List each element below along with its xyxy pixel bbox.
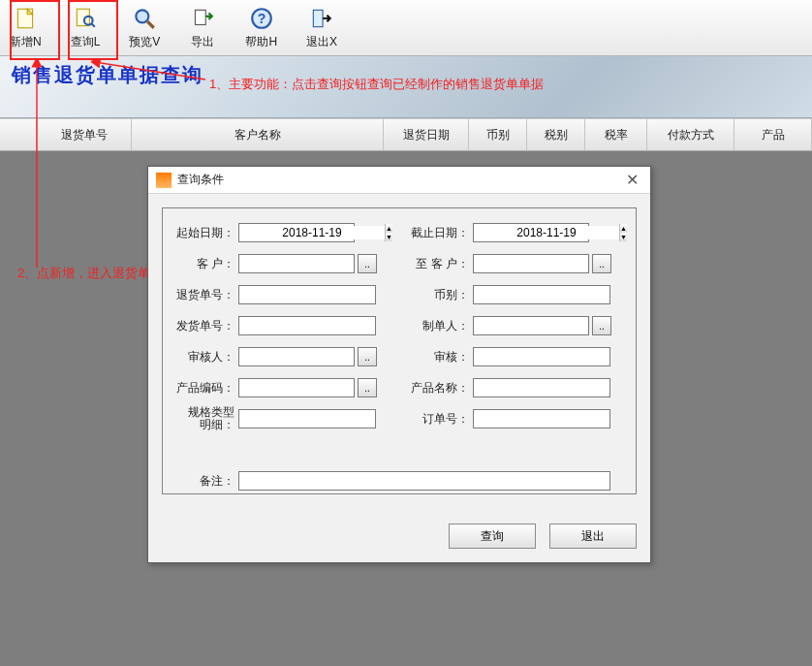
currency-input[interactable] bbox=[473, 285, 610, 304]
start-date-label: 起始日期： bbox=[171, 225, 238, 241]
product-name-input[interactable] bbox=[473, 378, 610, 397]
return-no-label: 退货单号： bbox=[171, 287, 238, 303]
close-icon[interactable]: ✕ bbox=[622, 171, 642, 189]
to-customer-label: 至 客 户： bbox=[405, 256, 473, 272]
col-return-date[interactable]: 退货日期 bbox=[384, 119, 469, 150]
maker-input[interactable] bbox=[473, 316, 589, 335]
export-icon bbox=[189, 5, 216, 32]
preview-label: 预览V bbox=[129, 34, 160, 50]
spec-label: 规格类型明细： bbox=[171, 406, 238, 431]
order-no-input[interactable] bbox=[473, 409, 610, 428]
product-code-input[interactable] bbox=[238, 378, 355, 397]
auditor-lookup-button[interactable]: .. bbox=[358, 347, 377, 366]
dialog-exit-button[interactable]: 退出 bbox=[549, 523, 637, 549]
svg-line-5 bbox=[148, 21, 155, 28]
svg-line-3 bbox=[92, 23, 95, 26]
maker-label: 制单人： bbox=[405, 318, 473, 334]
delivery-no-input[interactable] bbox=[238, 316, 376, 335]
spin-down-icon[interactable]: ▼ bbox=[620, 233, 627, 241]
grid-gutter bbox=[0, 119, 37, 150]
spin-up-icon[interactable]: ▲ bbox=[386, 224, 392, 233]
export-label: 导出 bbox=[191, 34, 214, 50]
currency-label: 币别： bbox=[405, 287, 473, 303]
magnifier-icon bbox=[131, 5, 158, 32]
exit-icon bbox=[308, 5, 335, 32]
order-no-label: 订单号： bbox=[405, 411, 473, 428]
to-customer-input[interactable] bbox=[473, 254, 589, 273]
col-payment[interactable]: 付款方式 bbox=[647, 119, 734, 150]
dialog-icon bbox=[156, 173, 172, 188]
dialog-query-button[interactable]: 查询 bbox=[449, 523, 536, 549]
main-toolbar: 新增N 查询L 预览V 导出 ? 帮助H 退出X bbox=[0, 0, 812, 56]
col-tax-rate[interactable]: 税率 bbox=[585, 119, 647, 150]
help-button[interactable]: ? 帮助H bbox=[241, 3, 281, 52]
col-tax-type[interactable]: 税别 bbox=[527, 119, 585, 150]
query-label: 查询L bbox=[71, 34, 101, 50]
svg-rect-9 bbox=[313, 10, 323, 26]
to-customer-lookup-button[interactable]: .. bbox=[592, 254, 611, 273]
exit-button[interactable]: 退出X bbox=[302, 3, 341, 52]
customer-input[interactable] bbox=[238, 254, 355, 273]
product-code-lookup-button[interactable]: .. bbox=[358, 378, 377, 397]
dialog-buttons: 查询 退出 bbox=[449, 523, 637, 549]
auditor-input[interactable] bbox=[238, 347, 355, 366]
exit-label: 退出X bbox=[306, 34, 337, 50]
new-document-icon bbox=[12, 5, 39, 32]
product-code-label: 产品编码： bbox=[171, 380, 238, 396]
end-date-spinner[interactable]: ▲▼ bbox=[473, 223, 589, 242]
spin-down-icon[interactable]: ▼ bbox=[386, 233, 392, 241]
spin-up-icon[interactable]: ▲ bbox=[620, 224, 627, 233]
query-button[interactable]: 查询L bbox=[67, 3, 105, 52]
customer-label: 客 户： bbox=[171, 256, 238, 272]
delivery-no-label: 发货单号： bbox=[171, 318, 238, 334]
help-label: 帮助H bbox=[245, 34, 277, 50]
search-document-icon bbox=[72, 5, 99, 32]
start-date-spinner[interactable]: ▲▼ bbox=[238, 223, 355, 242]
auditor-label: 审核人： bbox=[171, 349, 238, 365]
end-date-label: 截止日期： bbox=[405, 225, 473, 241]
end-date-input[interactable] bbox=[474, 226, 619, 239]
dialog-body: 起始日期： ▲▼ 截止日期： ▲▼ 客 户： .. 至 客 户： .. bbox=[162, 207, 637, 494]
remark-input[interactable] bbox=[238, 471, 610, 491]
svg-rect-6 bbox=[196, 10, 206, 24]
export-button[interactable]: 导出 bbox=[185, 3, 220, 52]
new-button[interactable]: 新增N bbox=[6, 3, 46, 52]
col-product[interactable]: 产品 bbox=[734, 119, 812, 150]
return-no-input[interactable] bbox=[238, 285, 376, 304]
remark-label: 备注： bbox=[171, 473, 238, 490]
new-label: 新增N bbox=[10, 34, 42, 50]
svg-point-4 bbox=[137, 10, 149, 22]
help-icon: ? bbox=[248, 5, 275, 32]
spec-input[interactable] bbox=[238, 409, 376, 428]
dialog-titlebar: 查询条件 ✕ bbox=[148, 167, 650, 194]
col-currency[interactable]: 币别 bbox=[469, 119, 527, 150]
svg-text:?: ? bbox=[257, 11, 265, 26]
dialog-title-text: 查询条件 bbox=[177, 172, 622, 188]
annotation-note-1: 1、主要功能：点击查询按钮查询已经制作的销售退货单单据 bbox=[209, 76, 544, 93]
audit-input[interactable] bbox=[473, 347, 610, 366]
col-customer[interactable]: 客户名称 bbox=[132, 119, 384, 150]
customer-lookup-button[interactable]: .. bbox=[358, 254, 377, 273]
start-date-input[interactable] bbox=[239, 226, 385, 239]
grid-header: 退货单号 客户名称 退货日期 币别 税别 税率 付款方式 产品 bbox=[0, 118, 812, 151]
maker-lookup-button[interactable]: .. bbox=[592, 316, 611, 335]
preview-button[interactable]: 预览V bbox=[125, 3, 164, 52]
query-dialog: 查询条件 ✕ 起始日期： ▲▼ 截止日期： ▲▼ 客 户： .. 至 客 户： bbox=[147, 166, 651, 563]
col-return-no[interactable]: 退货单号 bbox=[37, 119, 132, 150]
product-name-label: 产品名称： bbox=[405, 380, 473, 396]
audit-label: 审核： bbox=[405, 349, 473, 365]
